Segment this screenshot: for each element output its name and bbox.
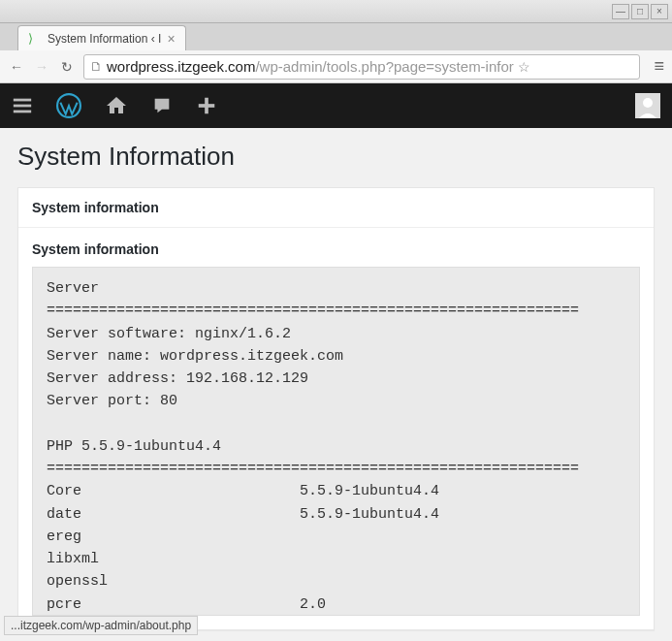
ext-openssl: openssl — [47, 573, 108, 590]
menu-icon[interactable] — [12, 95, 33, 116]
svg-rect-0 — [14, 99, 31, 102]
ext-core-ver: 5.5.9-1ubuntu4.4 — [300, 483, 439, 499]
wp-admin-bar — [0, 83, 672, 128]
home-icon[interactable] — [105, 94, 128, 117]
server-address-value: 192.168.12.129 — [186, 370, 308, 387]
server-port-label: Server port: — [47, 393, 160, 409]
server-address-label: Server address: — [47, 370, 186, 387]
php-header: PHP 5.5.9-1ubuntu4.4 — [47, 438, 221, 455]
ext-pcre-ver: 2.0 — [300, 596, 326, 613]
svg-point-7 — [643, 98, 653, 108]
svg-rect-5 — [199, 104, 215, 108]
server-header: Server — [47, 280, 99, 297]
divider: ========================================… — [47, 303, 579, 319]
bookmark-star-icon[interactable]: ☆ — [518, 59, 530, 75]
content-area: System Information System information Sy… — [0, 128, 672, 641]
maximize-button[interactable]: □ — [631, 4, 649, 19]
wordpress-logo-icon[interactable] — [56, 93, 81, 118]
system-info-output[interactable]: Server =================================… — [32, 267, 640, 616]
status-bar: ...itzgeek.com/wp-admin/about.php — [4, 616, 198, 635]
metabox-body: System information Server ==============… — [18, 228, 654, 629]
tab-strip: ⟩ System Information ‹ I × — [0, 23, 672, 50]
ext-core: Core — [47, 483, 81, 499]
browser-window: — □ × ⟩ System Information ‹ I × ← → ↻ 🗋… — [0, 0, 672, 641]
window-controls: — □ × — [612, 4, 668, 19]
navigation-bar: ← → ↻ 🗋 wordpress.itzgeek.com/wp-admin/t… — [0, 50, 672, 83]
svg-rect-2 — [14, 111, 31, 113]
browser-menu-icon[interactable]: ≡ — [654, 56, 664, 77]
system-info-metabox: System information System information Se… — [17, 187, 655, 630]
divider: ========================================… — [47, 461, 579, 477]
window-title-bar: — □ × — [0, 0, 672, 23]
url-path: /wp-admin/tools.php?page=system-infor — [255, 58, 513, 75]
reload-button[interactable]: ↻ — [58, 59, 76, 75]
forward-button[interactable]: → — [33, 59, 50, 75]
favicon-icon: ⟩ — [28, 32, 42, 46]
address-bar[interactable]: 🗋 wordpress.itzgeek.com/wp-admin/tools.p… — [83, 54, 640, 80]
comments-icon[interactable] — [151, 95, 173, 116]
url-host: wordpress.itzgeek.com — [107, 58, 255, 75]
server-software-label: Server software: — [47, 326, 195, 342]
tab-title: System Information ‹ I — [48, 32, 161, 46]
ext-ereg: ereg — [47, 529, 81, 545]
server-software-value: nginx/1.6.2 — [195, 326, 291, 342]
close-tab-icon[interactable]: × — [167, 31, 175, 47]
metabox-header: System information — [18, 188, 654, 228]
back-button[interactable]: ← — [8, 59, 25, 75]
section-header: System information — [32, 241, 640, 257]
page-title: System Information — [17, 142, 655, 172]
page-icon: 🗋 — [90, 59, 103, 74]
browser-tab[interactable]: ⟩ System Information ‹ I × — [17, 25, 186, 50]
svg-rect-1 — [14, 105, 31, 108]
ext-date: date — [47, 506, 81, 523]
server-port-value: 80 — [160, 393, 177, 409]
user-avatar[interactable] — [635, 93, 660, 118]
server-name-value: wordpress.itzgeek.com — [160, 348, 343, 365]
minimize-button[interactable]: — — [612, 4, 629, 19]
close-window-button[interactable]: × — [651, 4, 668, 19]
add-new-icon[interactable] — [196, 95, 217, 116]
ext-libxml: libxml — [47, 551, 99, 567]
server-name-label: Server name: — [47, 348, 160, 365]
ext-pcre: pcre — [47, 596, 81, 613]
ext-date-ver: 5.5.9-1ubuntu4.4 — [300, 506, 439, 523]
